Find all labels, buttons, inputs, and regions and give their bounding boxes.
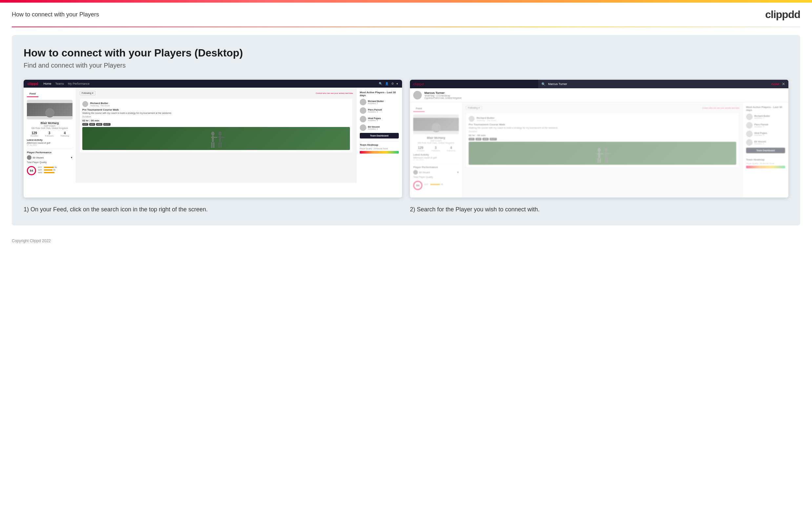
quality-section: Total Player Quality 84 OTT 79 [27,161,73,175]
dropdown-arrow: ▾ [71,156,73,159]
nav-my-performance[interactable]: My Performance [68,82,90,85]
app-sidebar-1: Feed Blair McHarg Golf Coach Mill Ride G… [23,88,76,183]
search-result-name: Marcus Turner [424,91,462,94]
nav-logo: clippd [28,82,38,86]
team-dashboard-btn[interactable]: Team Dashboard [360,133,399,138]
clear-button[interactable]: CLEAR [771,83,779,85]
active-player-4: Eli Vincent Activities: 1 [360,124,399,131]
search-result-avatar [413,91,422,99]
svg-rect-7 [219,142,220,148]
svg-rect-1 [212,135,214,142]
golfer-svg-2 [592,147,612,165]
quality-label: Total Player Quality [27,161,73,163]
profile-role: Golf Coach [27,125,73,127]
main-content-area: How to connect with your Players (Deskto… [12,35,800,225]
description-2: 2) Search for the Player you wish to con… [410,205,789,214]
badge-ott: OTT [82,123,88,126]
activity-name: Afternoon round of golf [27,142,73,144]
right-panel-2-dim: Most Active Players - Last 30 days Richa… [743,102,789,198]
following-button[interactable]: Following ▾ [79,91,96,95]
app-body-1: Feed Blair McHarg Golf Coach Mill Ride G… [23,88,402,183]
app-main-feed: Following ▾ Control who can see your act… [76,88,356,183]
active-player-2-name: Piers Parnell [368,109,382,111]
svg-rect-19 [605,153,610,154]
following-stat: 4 Following [61,131,69,137]
control-link[interactable]: Control who can see your activity and da… [316,92,353,94]
activity-card-title: Pre Tournament Course Walk [82,108,350,111]
most-active-title: Most Active Players - Last 30 days [360,91,399,97]
active-player-1-acts: Activities: 7 [368,102,384,104]
nav-home[interactable]: Home [43,82,51,85]
ap-4-dim: Eli VincentActivities: 1 [746,139,785,146]
badge-app: APP [89,123,95,126]
player-select[interactable]: Eli Vincent ▾ [27,155,73,160]
app-sidebar-2: Feed Blair McHarg Golf Coach Mill Ride G… [410,102,463,198]
svg-rect-14 [597,153,603,154]
header-divider [12,27,800,27]
app-body-2-dimmed: Feed Blair McHarg Golf Coach Mill Ride G… [410,102,789,198]
description-blocks: 1) On your Feed, click on the search ico… [23,205,789,214]
profile-avatar [45,108,54,118]
team-dash-btn-2: Team Dashboard [746,148,785,153]
active-player-4-name: Eli Vincent [368,126,380,128]
active-player-1-avatar [360,99,366,105]
activity-user-avatar [82,101,88,107]
followers-count: 3 [45,131,54,135]
svg-rect-18 [607,158,608,163]
svg-rect-8 [221,142,222,148]
active-player-3: Hiral Pujara Activities: 3 [360,116,399,122]
following-row: Following ▾ Control who can see your act… [79,91,353,95]
profile-area-2 [413,115,459,134]
pp-section-2: Player Performance Eli Vincent ▾ Total P… [413,163,459,190]
page-footer: Copyright Clippd 2022 [0,233,812,248]
quality-score: 84 [27,166,36,175]
selected-player-avatar [27,155,32,160]
ap-2-dim: Piers ParnellActivities: 4 [746,122,785,129]
active-player-1-info: Richard Butler Activities: 7 [368,100,384,104]
search-icon[interactable]: 🔍 [379,82,382,85]
active-player-2-info: Piers Parnell Activities: 4 [368,109,382,113]
nav-teams[interactable]: Teams [55,82,64,85]
activity-date-2: 27 Jul 2022 [413,159,459,161]
player-performance-section: Player Performance Eli Vincent ▾ Total P… [27,149,73,175]
act-user-2: Richard Butler Yesterday · The Grove [469,116,736,122]
active-player-1: Richard Butler Activities: 7 [360,99,399,105]
search-query-text: Marcus Turner [548,82,769,86]
profile-name-2: Blair McHarg [413,136,459,139]
top-gradient-bar [0,0,812,3]
activity-time: 02 hr : 00 min [82,119,350,122]
activity-card-desc: Walking the course with my coach to buil… [82,112,350,114]
svg-rect-11 [598,152,600,158]
active-player-2-acts: Activities: 4 [368,111,382,113]
feed-tab[interactable]: Feed [27,91,38,97]
nav-icons: 🔍 👤 ⚙ ● [379,82,398,85]
settings-icon[interactable]: ⚙ [391,82,394,85]
nav-feed-dim: clippd [410,81,538,87]
activity-card-2: Richard Butler Yesterday · The Grove Pre… [466,113,739,168]
search-result-sub1: Yesterday · 1-5 Handicap [424,94,462,97]
logo: clippdd [765,8,800,21]
svg-rect-17 [605,158,606,163]
svg-rect-9 [218,137,225,138]
app-nav-1: clippd Home Teams My Performance 🔍 👤 ⚙ ● [23,80,402,88]
close-button[interactable]: ✕ [782,82,785,86]
following-label: Following [61,135,69,137]
active-player-3-name: Hiral Pujara [368,117,381,120]
app-body-2-wrapper: Feed Blair McHarg Golf Coach Mill Ride G… [410,102,789,198]
svg-rect-3 [213,142,214,148]
active-player-2-avatar [360,107,366,114]
svg-point-15 [605,148,608,152]
activities-stat: 129 Activities [31,131,38,137]
activity-user-meta: Yesterday · The Grove [90,105,350,107]
screenshot-1: clippd Home Teams My Performance 🔍 👤 ⚙ ● [23,80,402,198]
heatmap-2: Team Heatmap Player Quality · 20 Round T… [746,156,785,168]
active-player-3-info: Hiral Pujara Activities: 3 [368,117,381,121]
activity-text-2: Afternoon round of golf [413,157,459,159]
avatar-icon[interactable]: ● [396,82,398,85]
profile-icon[interactable]: 👤 [385,82,389,85]
active-player-2: Piers Parnell Activities: 4 [360,107,399,114]
screenshot-2: clippd 🔍 Marcus Turner CLEAR ✕ Marcus Tu… [410,80,789,198]
search-result-item[interactable]: Marcus Turner Yesterday · 1-5 Handicap C… [410,88,789,102]
heatmap-sub: Player Quality · 20 Round Trend [360,148,399,150]
shot-badges: OTT APP ARG PUTT [82,123,350,126]
